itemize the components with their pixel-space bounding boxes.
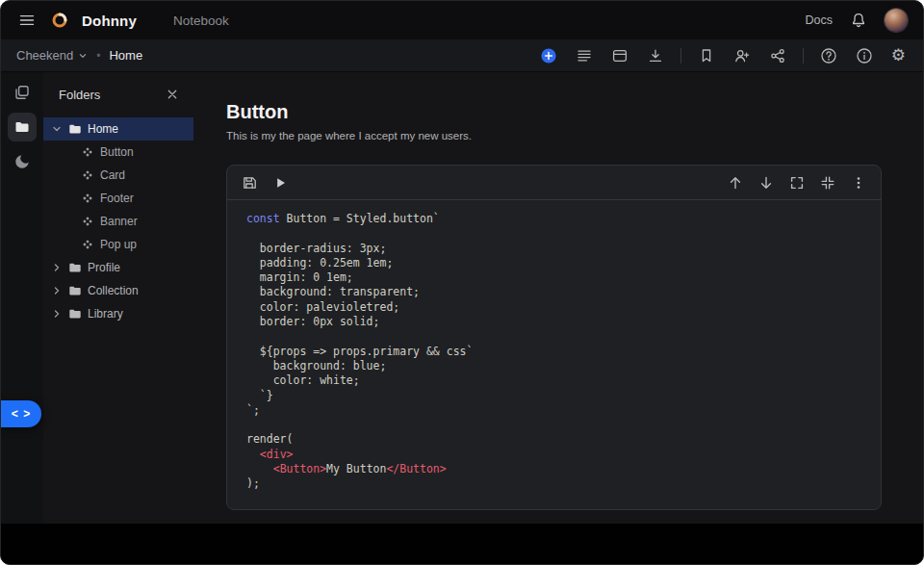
expand-icon[interactable] (786, 172, 808, 193)
moon-icon[interactable] (12, 151, 33, 172)
sidebar-item-button[interactable]: Button (43, 141, 193, 164)
code-line: `; (246, 403, 865, 418)
code-line: border-radius: 3px; (246, 242, 865, 256)
code-line: <div> (246, 448, 865, 462)
code-line: margin: 0 1em; (246, 270, 865, 285)
folder-label: Library (88, 307, 123, 321)
close-icon[interactable] (163, 85, 182, 104)
folder-icon (68, 261, 82, 274)
file-label: Pop up (100, 238, 137, 251)
sidebar-item-footer[interactable]: Footer (43, 187, 193, 210)
code-line: padding: 0.25em 1em; (246, 256, 865, 270)
layers-icon[interactable] (12, 82, 33, 103)
settings-icon[interactable]: ⚙ (889, 45, 908, 65)
chevron-down-icon (51, 123, 63, 135)
docs-link[interactable]: Docs (806, 13, 833, 27)
info-icon[interactable] (854, 45, 875, 66)
toolbar-divider (680, 48, 681, 64)
card-view-icon[interactable] (609, 45, 630, 66)
sidebar-item-home[interactable]: Home (43, 117, 193, 141)
dohnny-logo-icon (49, 10, 70, 31)
code-line: <Button>My Button</Button> (246, 462, 865, 476)
code-line: `} (246, 389, 865, 403)
list-view-icon[interactable] (574, 45, 595, 66)
component-icon (82, 216, 93, 227)
topbar-left: Dohnny Notebook (16, 10, 229, 31)
code-editor-panel: const Button = Styled.button` border-rad… (226, 165, 882, 510)
app-name: Notebook (173, 13, 229, 28)
breadcrumb: Cheekend • Home (16, 48, 142, 63)
chevron-right-icon (51, 285, 63, 296)
app-body: Folders HomeButtonCardFooterBannerPop up… (1, 72, 923, 524)
file-label: Footer (100, 192, 134, 205)
save-icon[interactable] (239, 172, 260, 193)
folder-tree: HomeButtonCardFooterBannerPop upProfileC… (43, 117, 193, 325)
chevron-right-icon (51, 262, 63, 273)
arrow-down-icon[interactable] (756, 172, 777, 193)
folder-icon (14, 119, 30, 135)
sidebar-item-collection[interactable]: Collection (43, 279, 193, 302)
file-label: Button (100, 145, 134, 159)
add-circle-icon[interactable] (538, 45, 559, 66)
bell-icon[interactable] (848, 10, 869, 31)
folders-rail-button[interactable] (8, 113, 37, 141)
topbar-right: Docs (806, 9, 908, 32)
code-line: background: transparent; (246, 285, 865, 299)
code-line: render( (246, 432, 865, 447)
folders-panel-title: Folders (59, 88, 100, 102)
main-content: Button This is my the page where I accep… (193, 72, 923, 524)
icon-rail (1, 72, 43, 524)
brand-name: Dohnny (82, 13, 137, 29)
sidebar-item-profile[interactable]: Profile (43, 256, 193, 279)
add-user-icon[interactable] (732, 45, 753, 66)
folder-label: Collection (88, 284, 139, 297)
download-icon[interactable] (645, 45, 666, 66)
bookmark-icon[interactable] (696, 45, 717, 66)
code-line: color: palevioletred; (246, 300, 865, 315)
folder-label: Profile (88, 261, 120, 274)
help-icon[interactable] (818, 45, 839, 66)
code-line (246, 226, 865, 241)
folders-panel: Folders HomeButtonCardFooterBannerPop up… (43, 72, 193, 524)
arrow-up-icon[interactable] (725, 172, 746, 193)
chevron-down-icon (78, 51, 88, 61)
code-icon: < > (12, 407, 31, 421)
component-icon (82, 146, 93, 158)
collapse-icon[interactable] (817, 172, 838, 193)
share-icon[interactable] (767, 45, 788, 66)
run-icon[interactable] (270, 172, 291, 193)
code-line: ); (246, 476, 865, 491)
breadcrumb-bar: Cheekend • Home (1, 39, 923, 72)
code-line (246, 329, 865, 344)
file-label: Card (100, 168, 125, 182)
sidebar-item-card[interactable]: Card (43, 164, 193, 187)
editor-toolbar (227, 166, 881, 200)
folder-label: Home (88, 122, 118, 136)
folder-icon (68, 284, 82, 297)
workspace-selector[interactable]: Cheekend (16, 48, 88, 63)
code-line: const Button = Styled.button` (246, 212, 865, 226)
breadcrumb-current-page[interactable]: Home (109, 48, 142, 63)
component-icon (82, 169, 93, 181)
page-subtitle: This is my the page where I accept my ne… (226, 130, 882, 141)
bottom-strip (1, 524, 923, 564)
page-actions: ⚙ (538, 45, 908, 66)
workspace-name: Cheekend (16, 48, 73, 63)
topbar: Dohnny Notebook Docs (1, 1, 923, 39)
page-title: Button (226, 101, 882, 123)
component-icon (82, 239, 93, 250)
sidebar-item-banner[interactable]: Banner (43, 210, 193, 233)
toolbar-divider (803, 48, 804, 64)
file-label: Banner (100, 215, 138, 228)
code-toggle-button[interactable]: < > (1, 400, 41, 427)
sidebar-item-pop-up[interactable]: Pop up (43, 233, 193, 256)
avatar[interactable] (885, 9, 908, 32)
gear-icon: ⚙ (891, 47, 906, 64)
code-block[interactable]: const Button = Styled.button` border-rad… (227, 200, 881, 509)
component-icon (82, 193, 93, 204)
breadcrumb-separator: • (96, 49, 100, 63)
folder-icon (68, 307, 82, 321)
sidebar-item-library[interactable]: Library (43, 302, 193, 325)
kebab-menu-icon[interactable] (848, 172, 869, 193)
menu-icon[interactable] (16, 10, 38, 31)
